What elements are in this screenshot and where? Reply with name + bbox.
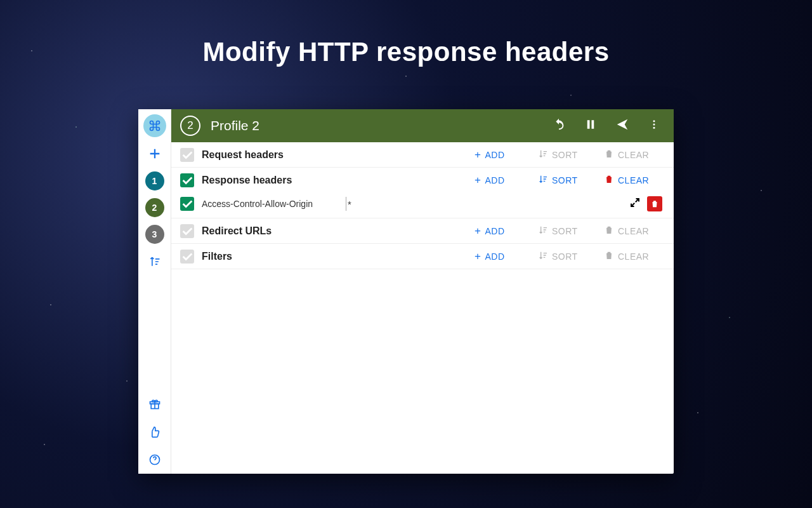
sort-request-headers-button[interactable]: SORT	[535, 147, 594, 162]
clear-redirects-button[interactable]: CLEAR	[601, 224, 665, 238]
profile-tab-1[interactable]: 1	[145, 171, 164, 190]
clear-label: CLEAR	[618, 226, 649, 236]
section-redirect-urls: Redirect URLs +ADD SORT CLEAR	[171, 218, 674, 244]
profile-tab-2[interactable]: 2	[145, 198, 164, 217]
profile-number-badge: 2	[180, 116, 200, 136]
section-filters: Filters +ADD SORT CLEAR	[171, 244, 674, 269]
sort-label: SORT	[552, 150, 578, 160]
add-redirect-button[interactable]: +ADD	[472, 224, 528, 237]
header-item-checkbox[interactable]	[180, 197, 194, 211]
profile-header: 2 Profile 2	[171, 109, 674, 142]
pause-button[interactable]	[580, 119, 601, 133]
svg-point-5	[653, 120, 655, 122]
header-name-field[interactable]: Access-Control-Allow-Origin	[202, 199, 313, 209]
svg-point-6	[653, 123, 655, 125]
expand-icon[interactable]	[629, 197, 641, 211]
filters-checkbox[interactable]	[180, 250, 194, 264]
help-icon[interactable]	[138, 446, 171, 474]
clear-label: CLEAR	[618, 251, 649, 262]
add-response-header-button[interactable]: +ADD	[472, 173, 528, 187]
svg-point-7	[653, 126, 655, 128]
add-label: ADD	[485, 175, 504, 185]
clear-response-headers-button[interactable]: CLEAR	[601, 173, 665, 187]
add-profile-button[interactable]	[138, 140, 171, 168]
request-headers-checkbox[interactable]	[180, 148, 194, 162]
delete-header-button[interactable]	[647, 196, 662, 211]
clear-label: CLEAR	[618, 150, 649, 160]
more-menu-button[interactable]	[643, 119, 665, 133]
svg-rect-3	[587, 120, 590, 129]
profile-name[interactable]: Profile 2	[211, 118, 538, 133]
command-icon[interactable]	[143, 114, 166, 137]
section-request-headers: Request headers +ADD SORT CLEAR	[171, 142, 674, 168]
add-request-header-button[interactable]: +ADD	[472, 148, 528, 161]
sort-redirects-button[interactable]: SORT	[535, 224, 594, 238]
clear-label: CLEAR	[618, 175, 649, 185]
thumbs-up-icon[interactable]	[138, 418, 171, 446]
add-label: ADD	[485, 251, 504, 262]
app-window: 1 2 3 2 Profile 2	[138, 109, 674, 474]
clear-filters-button[interactable]: CLEAR	[601, 249, 665, 264]
sort-label: SORT	[552, 175, 578, 185]
section-title: Redirect URLs	[202, 225, 464, 237]
section-response-headers: Response headers +ADD SORT CLEAR Access-…	[171, 168, 674, 218]
section-title: Response headers	[202, 175, 464, 186]
sort-label: SORT	[552, 226, 578, 236]
profile-tab-3[interactable]: 3	[145, 225, 164, 244]
header-value-field[interactable]	[346, 197, 622, 211]
main-panel: 2 Profile 2	[171, 109, 674, 474]
sort-label: SORT	[552, 251, 578, 262]
redirect-urls-checkbox[interactable]	[180, 224, 194, 238]
add-filter-button[interactable]: +ADD	[472, 250, 528, 263]
add-label: ADD	[485, 226, 504, 236]
sidebar: 1 2 3	[138, 109, 171, 474]
clear-request-headers-button[interactable]: CLEAR	[601, 147, 665, 162]
gift-icon[interactable]	[138, 390, 171, 418]
section-title: Filters	[202, 251, 464, 262]
svg-rect-4	[592, 120, 594, 129]
sort-profiles-button[interactable]	[138, 248, 171, 276]
page-title: Modify HTTP response headers	[0, 37, 812, 67]
sort-response-headers-button[interactable]: SORT	[535, 173, 594, 187]
response-header-item: Access-Control-Allow-Origin	[171, 192, 674, 218]
response-headers-checkbox[interactable]	[180, 173, 194, 187]
section-title: Request headers	[202, 149, 464, 161]
add-label: ADD	[485, 150, 504, 160]
undo-button[interactable]	[548, 117, 570, 135]
sort-filters-button[interactable]: SORT	[535, 249, 594, 264]
share-button[interactable]	[612, 117, 633, 135]
